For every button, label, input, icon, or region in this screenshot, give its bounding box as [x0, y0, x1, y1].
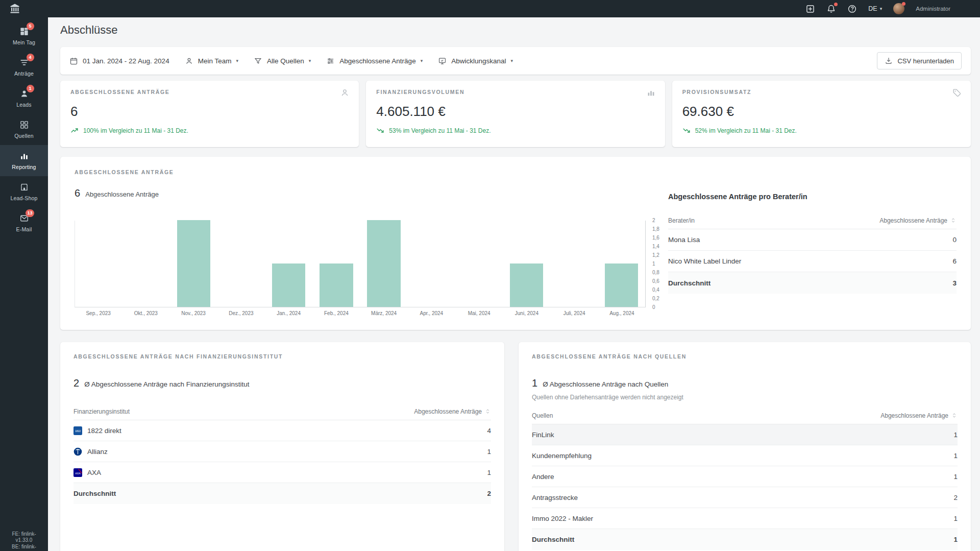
- logo-1822-direkt: 1822: [74, 426, 82, 435]
- x-axis-label: Juli, 2024: [551, 310, 598, 316]
- table-row: 18221822 direkt 4: [74, 420, 491, 441]
- chart-bar[interactable]: [605, 263, 638, 307]
- date-range-filter[interactable]: 01 Jan. 2024 - 22 Aug. 2024: [69, 57, 169, 65]
- chart-bar-slot: [550, 221, 598, 307]
- x-axis-label: Okt., 2023: [122, 310, 169, 316]
- person-icon: [185, 57, 193, 65]
- bottom-row: ABGESCHLOSSENE ANTRÄGE NACH FINANZIERUNG…: [60, 342, 971, 551]
- sidebar-item-mein-tag[interactable]: 5 Mein Tag: [0, 20, 48, 52]
- table-row: AXAAXA 1: [74, 462, 491, 483]
- table-footer-row: Durchschnitt 3: [668, 272, 957, 294]
- table-row: Andere 1: [532, 466, 958, 487]
- filter-bar: 01 Jan. 2024 - 22 Aug. 2024 Mein Team ▾ …: [60, 47, 971, 75]
- x-axis-label: Juni, 2024: [503, 310, 550, 316]
- add-application-icon[interactable]: [805, 4, 815, 14]
- row-value: 1: [947, 536, 958, 543]
- kpi-card-1: FINANZIERUNGSVOLUMEN 4.605.110 € 53% im …: [366, 81, 665, 147]
- help-icon[interactable]: [847, 4, 857, 14]
- email-icon: 13: [19, 213, 29, 223]
- chart-bar-slot: [455, 221, 503, 307]
- row-value: 3: [946, 279, 957, 287]
- notification-badge: 5: [27, 22, 34, 30]
- user-avatar[interactable]: [893, 3, 904, 14]
- team-filter[interactable]: Mein Team ▾: [185, 57, 238, 65]
- kpi-label: FINANZIERUNGSVOLUMEN: [376, 89, 654, 95]
- finlink-logo-icon[interactable]: [8, 3, 21, 15]
- tag-stat-icon: [952, 88, 962, 98]
- channel-filter[interactable]: Abwicklungskanal ▾: [438, 57, 513, 65]
- column-header-abgeschlossene-antraege[interactable]: Abgeschlossene Anträge: [880, 412, 958, 419]
- quellen-table-header: Quellen Abgeschlossene Anträge: [532, 407, 958, 424]
- lead-shop-icon: [19, 182, 29, 192]
- sidebar-item-label: Mein Tag: [13, 39, 35, 45]
- channel-icon: [438, 57, 447, 65]
- row-name: Kundenempfehlung: [532, 452, 592, 460]
- row-name: 1822 direkt: [87, 427, 121, 435]
- language-selector[interactable]: DE ▾: [868, 5, 882, 12]
- chart-bar[interactable]: [510, 263, 543, 307]
- berater-table-title: Abgeschlossene Anträge pro Berater/in: [668, 193, 957, 201]
- chart-bar-slot: [408, 221, 455, 307]
- status-filter[interactable]: Abgeschlossene Anträge ▾: [326, 57, 423, 65]
- sidebar-item-lead-shop[interactable]: Lead-Shop: [0, 176, 48, 207]
- kpi-value: 6: [70, 104, 349, 119]
- row-value: 1: [947, 452, 958, 460]
- chart-bar[interactable]: [367, 220, 400, 307]
- chart-bar[interactable]: [320, 263, 353, 307]
- notifications-bell-icon[interactable]: [826, 4, 836, 14]
- sort-icon: [951, 412, 958, 419]
- column-header-label: Abgeschlossene Anträge: [880, 412, 948, 419]
- chart-total-label: Abgeschlossene Anträge: [85, 190, 159, 198]
- logo-allianz: [74, 447, 82, 456]
- row-name: FinLink: [532, 431, 554, 439]
- leads-icon: 1: [19, 89, 29, 99]
- kpi-delta: 53% im Vergleich zu 11 Mai - 31 Dez.: [376, 126, 654, 135]
- x-axis-label: Mai, 2024: [455, 310, 503, 316]
- sidebar-item-reporting[interactable]: Reporting: [0, 145, 48, 176]
- row-value: 1: [947, 473, 958, 481]
- y-axis: 00,20,40,60,811,21,41,61,82: [646, 221, 668, 307]
- column-header-label: Abgeschlossene Anträge: [414, 408, 482, 415]
- chevron-down-icon: ▾: [236, 58, 238, 63]
- kpi-label: PROVISIONSUMSATZ: [682, 89, 961, 95]
- y-axis-label: 0: [652, 305, 655, 310]
- x-axis-label: Sep., 2023: [75, 310, 122, 316]
- row-name: Durchschnitt: [532, 536, 574, 543]
- column-header-abgeschlossene-antraege[interactable]: Abgeschlossene Anträge: [414, 408, 491, 415]
- calendar-icon: [69, 57, 78, 65]
- sidebar-item-antraege[interactable]: 4 Anträge: [0, 52, 48, 83]
- row-value: 1: [481, 448, 491, 456]
- bar-chart: [75, 221, 646, 307]
- kpi-label: ABGESCHLOSSENE ANTRÄGE: [70, 89, 349, 95]
- row-name: Antragsstrecke: [532, 494, 578, 501]
- sidebar-item-email[interactable]: 13 E-Mail: [0, 207, 48, 238]
- csv-download-button[interactable]: CSV herunterladen: [877, 52, 962, 69]
- column-header-abgeschlossene-antraege[interactable]: Abgeschlossene Anträge: [879, 217, 957, 224]
- sidebar-item-quellen[interactable]: Quellen: [0, 114, 48, 145]
- row-value: 1: [947, 431, 958, 439]
- x-axis-label: Apr., 2024: [408, 310, 455, 316]
- funnel-icon: [254, 57, 262, 65]
- y-axis-label: 1: [652, 261, 655, 267]
- sidebar-item-leads[interactable]: 1 Leads: [0, 83, 48, 114]
- sidebar-item-label: Reporting: [12, 164, 36, 170]
- institut-average-line: 2 Ø Abgeschlossene Anträge nach Finanzie…: [74, 377, 491, 391]
- sources-filter[interactable]: Alle Quellen ▾: [254, 57, 311, 65]
- antraege-icon: 4: [19, 58, 29, 67]
- y-axis-label: 1,2: [652, 253, 659, 258]
- table-row: Kundenempfehlung 1: [532, 445, 958, 466]
- y-axis-label: 0,2: [652, 296, 659, 301]
- chevron-down-icon: ▾: [309, 58, 311, 63]
- chevron-down-icon: ▾: [510, 58, 513, 63]
- sliders-icon: [326, 57, 335, 65]
- average-label: Ø Abgeschlossene Anträge nach Quellen: [543, 378, 668, 391]
- sidebar-item-label: Lead-Shop: [10, 195, 37, 201]
- chart-bar[interactable]: [177, 220, 210, 307]
- column-header-quellen: Quellen: [532, 412, 553, 419]
- chart-bar-slot: [503, 221, 550, 307]
- sources-filter-label: Alle Quellen: [267, 57, 304, 65]
- chart-bar[interactable]: [272, 263, 305, 307]
- y-axis-label: 0,4: [652, 288, 659, 293]
- column-header-berater: Berater/in: [668, 217, 695, 224]
- sort-icon: [950, 217, 957, 224]
